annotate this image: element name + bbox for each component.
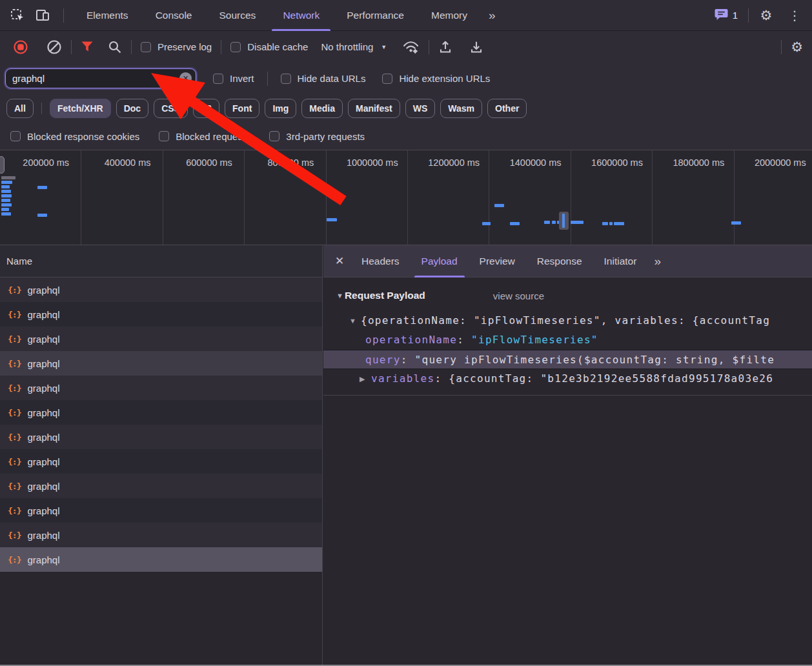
request-row[interactable]: {:}graphql: [0, 351, 322, 376]
network-settings-gear-icon[interactable]: ⚙: [791, 40, 803, 54]
collapsed-triangle-icon[interactable]: ▶: [360, 369, 365, 388]
detail-tab-payload[interactable]: Payload: [411, 245, 469, 278]
device-toolbar-icon[interactable]: [32, 5, 54, 26]
chip-ws[interactable]: WS: [405, 99, 436, 118]
search-icon[interactable]: [108, 40, 122, 54]
close-detail-icon[interactable]: ✕: [329, 250, 350, 272]
tab-memory[interactable]: Memory: [418, 0, 481, 31]
checkbox[interactable]: [213, 74, 223, 84]
import-har-icon[interactable]: [438, 40, 452, 54]
devtools-tab-bar: ElementsConsoleSourcesNetworkPerformance…: [0, 0, 812, 31]
export-har-icon[interactable]: [469, 40, 483, 54]
timeline-request-bar: [1, 181, 12, 184]
clear-filter-icon[interactable]: ✕: [179, 72, 192, 85]
detail-more-tabs-chevron-icon[interactable]: »: [647, 245, 666, 278]
hide-extension-urls-checkbox[interactable]: Hide extension URLs: [382, 73, 490, 84]
timeline-request-bar: [614, 222, 624, 225]
blocked-requests-checkbox[interactable]: Blocked requests: [159, 131, 250, 142]
filter-funnel-icon[interactable]: [81, 41, 94, 53]
request-row[interactable]: {:}graphql: [0, 523, 322, 547]
chip-doc[interactable]: Doc: [116, 99, 148, 118]
chip-img[interactable]: Img: [265, 99, 296, 118]
clear-network-log-icon[interactable]: [46, 39, 62, 55]
detail-tab-initiator[interactable]: Initiator: [593, 245, 648, 278]
throttling-dropdown[interactable]: No throttling ▼: [321, 41, 387, 52]
timeline-request-bar: [510, 222, 520, 225]
disable-cache-checkbox[interactable]: Disable cache: [230, 41, 308, 52]
request-row[interactable]: {:}graphql: [0, 327, 322, 351]
json-resource-icon: {:}: [8, 432, 21, 442]
timeline-request-bar: [494, 204, 504, 207]
chip-fetch-xhr[interactable]: Fetch/XHR: [50, 99, 111, 118]
chip-font[interactable]: Font: [225, 99, 259, 118]
request-row[interactable]: {:}graphql: [0, 449, 322, 474]
payload-line[interactable]: operationName: "ipFlowTimeseries": [323, 330, 812, 350]
checkbox[interactable]: [382, 74, 392, 84]
inspect-element-icon[interactable]: [6, 5, 28, 26]
hide-data-urls-checkbox[interactable]: Hide data URLs: [281, 73, 366, 84]
name-column-header[interactable]: Name: [0, 245, 322, 278]
chip-js[interactable]: JS: [193, 99, 219, 118]
timeline-request-bar: [482, 222, 491, 225]
network-conditions-icon[interactable]: [402, 40, 420, 54]
request-row[interactable]: {:}graphql: [0, 547, 322, 572]
timeline-gridline: [0, 150, 812, 245]
network-overview-timeline[interactable]: 200000 ms400000 ms600000 ms800000 ms1000…: [0, 150, 812, 245]
kebab-menu-icon[interactable]: ⋮: [784, 5, 806, 26]
tab-performance[interactable]: Performance: [333, 0, 418, 31]
settings-gear-icon[interactable]: ⚙: [755, 5, 777, 26]
request-row[interactable]: {:}graphql: [0, 400, 322, 425]
collapse-triangle-icon[interactable]: ▼: [336, 292, 343, 299]
payload-line[interactable]: ▶variables: {accountTag: "b12e3b2192ee55…: [323, 369, 812, 388]
3rd-party-requests-checkbox[interactable]: 3rd-party requests: [269, 131, 365, 142]
checkbox[interactable]: [281, 74, 291, 84]
checkbox-label: 3rd-party requests: [286, 131, 365, 142]
requests-table: Name {:}graphql{:}graphql{:}graphql{:}gr…: [0, 245, 323, 666]
preserve-log-checkbox[interactable]: Preserve log: [141, 41, 212, 52]
timeline-request-bar: [544, 221, 550, 224]
detail-tab-headers[interactable]: Headers: [350, 245, 411, 278]
timeline-selected-marker-bar: [562, 214, 565, 228]
expanded-triangle-icon[interactable]: ▼: [349, 311, 356, 330]
detail-tab-response[interactable]: Response: [526, 245, 593, 278]
invert-label: Invert: [230, 73, 254, 84]
blocked-response-cookies-checkbox[interactable]: Blocked response cookies: [10, 131, 139, 142]
checkbox[interactable]: [10, 131, 21, 141]
request-row[interactable]: {:}graphql: [0, 302, 322, 327]
invert-checkbox[interactable]: Invert: [213, 73, 254, 84]
view-source-link[interactable]: view source: [493, 290, 544, 301]
request-row[interactable]: {:}graphql: [0, 498, 322, 523]
request-row[interactable]: {:}graphql: [0, 376, 322, 400]
more-tabs-chevron-icon[interactable]: »: [481, 0, 502, 31]
payload-line[interactable]: ▼{operationName: "ipFlowTimeseries", var…: [323, 311, 812, 330]
chip-other[interactable]: Other: [487, 99, 527, 118]
payload-segment-plain: :: [457, 334, 471, 346]
checkbox[interactable]: [230, 42, 241, 52]
detail-tab-bar: ✕ HeadersPayloadPreviewResponseInitiator…: [323, 245, 812, 278]
chevron-down-icon: ▼: [381, 44, 387, 50]
checkbox[interactable]: [269, 131, 279, 141]
payload-line[interactable]: query: "query ipFlowTimeseries($accountT…: [323, 350, 812, 369]
request-row[interactable]: {:}graphql: [0, 278, 322, 302]
chip-media[interactable]: Media: [301, 99, 343, 118]
request-payload-section-header[interactable]: ▼ Request Payload view source: [323, 285, 812, 306]
request-row[interactable]: {:}graphql: [0, 425, 322, 449]
chip-css[interactable]: CSS: [154, 99, 188, 118]
issues-button[interactable]: 1: [711, 8, 742, 23]
issues-bubble-icon: [715, 8, 728, 23]
tab-sources[interactable]: Sources: [206, 0, 270, 31]
detail-tab-preview[interactable]: Preview: [469, 245, 526, 278]
request-row[interactable]: {:}graphql: [0, 474, 322, 498]
checkbox[interactable]: [141, 42, 151, 52]
chip-manifest[interactable]: Manifest: [348, 99, 400, 118]
tab-console[interactable]: Console: [142, 0, 206, 31]
tab-network[interactable]: Network: [269, 0, 333, 31]
divider: [221, 40, 221, 54]
timeline-request-bar: [1, 190, 11, 193]
tab-elements[interactable]: Elements: [73, 0, 142, 31]
checkbox[interactable]: [159, 131, 169, 141]
chip-all[interactable]: All: [6, 99, 34, 118]
chip-wasm[interactable]: Wasm: [440, 99, 482, 118]
filter-input[interactable]: graphql ✕: [5, 68, 196, 88]
record-network-log-icon[interactable]: [13, 39, 28, 55]
